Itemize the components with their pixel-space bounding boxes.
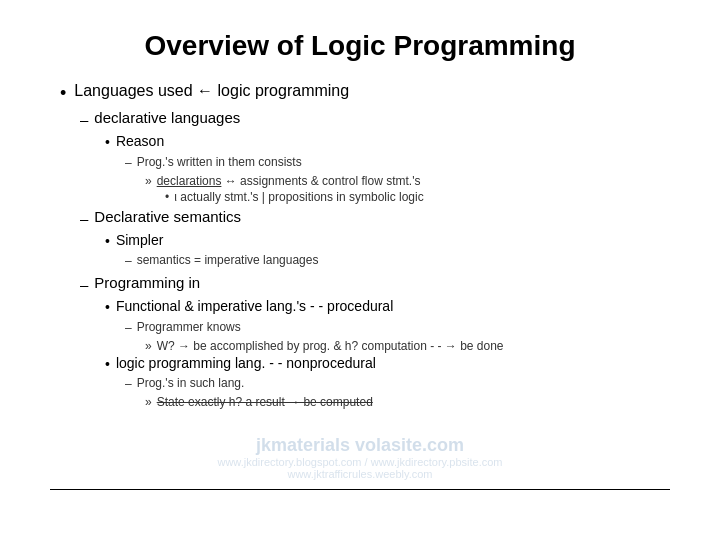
list-item: – declarative languages <box>80 109 670 130</box>
bottom-divider <box>50 489 670 490</box>
arrow-icon: » <box>145 339 152 353</box>
sub1-bullet2: ι actually stmt.'s | propositions in sym… <box>174 190 424 204</box>
sub3-bullet2: logic programming lang. - - nonprocedura… <box>116 355 376 371</box>
sub3-arrow2: State exactly h? a result → be computed <box>157 395 373 409</box>
dash-icon: – <box>80 109 88 130</box>
list-item: • Simpler <box>105 232 670 252</box>
slide: Overview of Logic Programming • Language… <box>0 0 720 540</box>
bullet-icon: • <box>60 82 66 105</box>
list-item: – Programmer knows <box>125 320 670 337</box>
dash-icon: – <box>80 274 88 295</box>
dash-icon: – <box>125 253 132 270</box>
sub2-dash1: semantics = imperative languages <box>137 253 319 267</box>
watermark-sub2: www.jktrafficrules.weebly.com <box>0 468 720 480</box>
bullet-icon: • <box>105 133 110 153</box>
list-item: – Declarative semantics <box>80 208 670 229</box>
bullet-icon: • <box>105 298 110 318</box>
sub2-label: Declarative semantics <box>94 208 241 225</box>
dash-icon: – <box>125 155 132 172</box>
sub2-bullet: Simpler <box>116 232 163 248</box>
arrow-icon: » <box>145 395 152 409</box>
underline-text: declarations <box>157 174 222 188</box>
sub3-label: Programming in <box>94 274 200 291</box>
list-item: – Prog.'s written in them consists <box>125 155 670 172</box>
list-item: • Reason <box>105 133 670 153</box>
sub3-bullet1: Functional & imperative lang.'s - - proc… <box>116 298 393 314</box>
watermark-sub1: www.jkdirectory.blogspot.com / www.jkdir… <box>0 456 720 468</box>
sub1-bullet: Reason <box>116 133 164 149</box>
list-item: » declarations ↔ assignments & control f… <box>145 174 670 188</box>
list-item: • ι actually stmt.'s | propositions in s… <box>165 190 670 204</box>
arrow-icon: » <box>145 174 152 188</box>
bullet-icon: • <box>105 232 110 252</box>
list-item: – Programming in <box>80 274 670 295</box>
sub1-label: declarative languages <box>94 109 240 126</box>
slide-title: Overview of Logic Programming <box>50 30 670 62</box>
watermark-main: jkmaterials volasite.com <box>0 435 720 456</box>
sub3-dash1: Programmer knows <box>137 320 241 334</box>
l1-text: Languages used ← logic programming <box>74 82 349 100</box>
bullet-icon: • <box>165 190 169 204</box>
sub1-dash1: Prog.'s written in them consists <box>137 155 302 169</box>
list-item: • Functional & imperative lang.'s - - pr… <box>105 298 670 318</box>
list-item: » W? → be accomplished by prog. & h? com… <box>145 339 670 353</box>
list-item: • Languages used ← logic programming <box>60 82 670 105</box>
slide-content: • Languages used ← logic programming – d… <box>50 82 670 409</box>
dash-icon: – <box>125 376 132 393</box>
watermark-area: jkmaterials volasite.com www.jkdirectory… <box>0 435 720 480</box>
dash-icon: – <box>80 208 88 229</box>
sub3-arrow1: W? → be accomplished by prog. & h? compu… <box>157 339 504 353</box>
sub3-dash2: Prog.'s in such lang. <box>137 376 245 390</box>
list-item: • logic programming lang. - - nonprocedu… <box>105 355 670 375</box>
dash-icon: – <box>125 320 132 337</box>
list-item: – semantics = imperative languages <box>125 253 670 270</box>
bullet-icon: • <box>105 355 110 375</box>
sub1-arrow1: declarations ↔ assignments & control flo… <box>157 174 421 188</box>
list-item: – Prog.'s in such lang. <box>125 376 670 393</box>
list-item: » State exactly h? a result → be compute… <box>145 395 670 409</box>
